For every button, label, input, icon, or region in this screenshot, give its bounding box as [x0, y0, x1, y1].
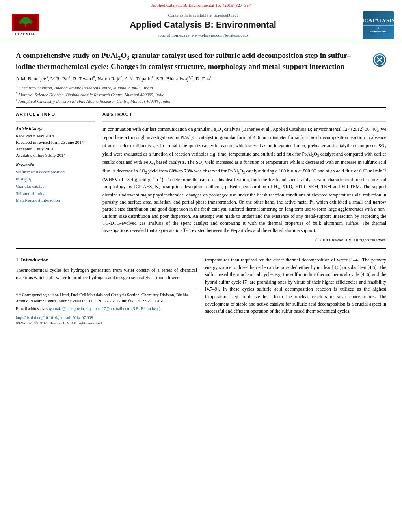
journal-title-center: Contents lists available at ScienceDirec…: [43, 12, 363, 39]
received-revised-date: Received in revised form 26 June 2014: [16, 139, 95, 146]
recording-word: recording: [361, 213, 379, 219]
article-title: A comprehensive study on Pt/Al2O3 granul…: [16, 51, 369, 71]
keyword-1: Sulfuric acid decomposition: [16, 169, 95, 176]
homepage-url[interactable]: www.elsevier.com/locate/apcatb: [192, 33, 248, 37]
elsevier-logo: 🌿 ELSEVIER: [8, 14, 43, 37]
body-right-text: temperatures than required for the direc…: [205, 256, 386, 315]
body-separator: [16, 248, 386, 249]
svg-point-4: [19, 20, 23, 24]
elsevier-tree-icon: 🌿: [14, 15, 37, 30]
journal-main-title: Applied Catalysis B: Environmental: [43, 19, 363, 31]
crossmark-logo[interactable]: [373, 53, 386, 67]
affiliations: a Chemistry Division, Bhabha Atomic Rese…: [16, 84, 386, 104]
svg-point-5: [28, 20, 33, 24]
journal-top-link: Applied Catalysis B; Environmental 162 (…: [0, 2, 402, 8]
available-online-date: Available online 9 July 2014: [16, 152, 95, 159]
contents-available: Contents lists available at ScienceDirec…: [43, 12, 363, 18]
elsevier-brand-text: ELSEVIER: [15, 32, 36, 37]
footnote-star: *: [16, 293, 19, 297]
keyword-2: Pt/Al2O3: [16, 176, 95, 183]
footnote-area: * * Corresponding author. Head, Fuel Cel…: [16, 289, 197, 311]
article-title-section: A comprehensive study on Pt/Al2O3 granul…: [16, 51, 386, 71]
body-right: temperatures than required for the direc…: [205, 256, 386, 326]
corresponding-footnote: * * Corresponding author. Head, Fuel Cel…: [16, 292, 197, 304]
keyword-3: Granular catalyst: [16, 183, 95, 190]
journal-homepage: journal homepage: www.elsevier.com/locat…: [43, 32, 363, 38]
email-addresses: shyamala@barc.gov.in, shyamala27@hotmail…: [46, 306, 161, 311]
accepted-date: Accepted 3 July 2014: [16, 146, 95, 152]
elsevier-icon-box: 🌿: [12, 14, 39, 31]
article-info-header: ARTICLE INFO: [16, 111, 95, 117]
affiliation-b: b Material Science Division, Bhabha Atom…: [16, 91, 386, 98]
keyword-list: Sulfuric acid decomposition Pt/Al2O3 Gra…: [16, 169, 95, 204]
article-info-abstract-section: ARTICLE INFO Article history: Received 6…: [16, 111, 386, 243]
info-separator: [16, 121, 95, 122]
abstract-text: In continuation with our last communicat…: [102, 126, 386, 234]
received-date: Received 6 May 2014: [16, 133, 95, 139]
keywords-label: Keywords:: [16, 162, 95, 168]
doi-area: http://dx.doi.org/10.1016/j.apcatb.2014.…: [16, 315, 197, 326]
keywords-section: Keywords: Sulfuric acid decomposition Pt…: [16, 162, 95, 204]
copyright: © 2014 Elsevier B.V. All rights reserved…: [102, 237, 386, 243]
journal-header: Applied Catalysis B; Environmental 162 (…: [0, 0, 402, 41]
separator-thick: [16, 107, 386, 108]
crossmark-icon: [376, 57, 383, 63]
keyword-5: Metal-support interaction: [16, 197, 95, 204]
affiliation-c: c Analytical Chemistry Division Bhabha A…: [16, 98, 386, 104]
svg-rect-3: [25, 24, 26, 27]
footnote-text: * Corresponding author. Head, Fuel Cell …: [16, 293, 189, 303]
abstract-panel: ABSTRACT In continuation with our last c…: [102, 111, 386, 243]
issn: 0926-3373/© 2014 Elsevier B.V. All right…: [16, 321, 197, 326]
email-label: E-mail addresses:: [16, 306, 45, 311]
crossmark-inner: [374, 54, 385, 65]
email-footnote: E-mail addresses: shyamala@barc.gov.in, …: [16, 306, 197, 312]
article-history-section: Article history: Received 6 May 2014 Rec…: [16, 126, 95, 158]
section1-title: 1. Introduction: [16, 256, 197, 263]
sciencedirect-link[interactable]: ScienceDirect: [214, 13, 238, 17]
journal-citation: Applied Catalysis B; Environmental 162 (…: [151, 3, 251, 7]
main-content: A comprehensive study on Pt/Al2O3 granul…: [0, 41, 402, 330]
journal-header-middle: 🌿 ELSEVIER Contents lists available at S…: [0, 10, 402, 41]
doi-link[interactable]: http://dx.doi.org/10.1016/j.apcatb.2014.…: [16, 315, 197, 321]
abstract-header: ABSTRACT: [102, 111, 386, 117]
article-info-panel: ARTICLE INFO Article history: Received 6…: [16, 111, 95, 243]
abstract-separator: [102, 121, 386, 122]
authors: A.M. Banerjeea, M.R. Paia, R. Tewarib, N…: [16, 74, 386, 83]
body-left: 1. Introduction Thermochemical cycles fo…: [16, 256, 197, 326]
catalysis-logo: ICATALYSIS BEnvironmental: [363, 11, 394, 39]
keyword-4: Sulfated alumina: [16, 190, 95, 197]
body-section: 1. Introduction Thermochemical cycles fo…: [16, 256, 386, 326]
article-history-label: Article history:: [16, 126, 95, 132]
body-left-text: Thermochemical cycles for hydrogen gener…: [16, 267, 197, 281]
affiliation-a: a Chemistry Division, Bhabha Atomic Rese…: [16, 84, 386, 91]
